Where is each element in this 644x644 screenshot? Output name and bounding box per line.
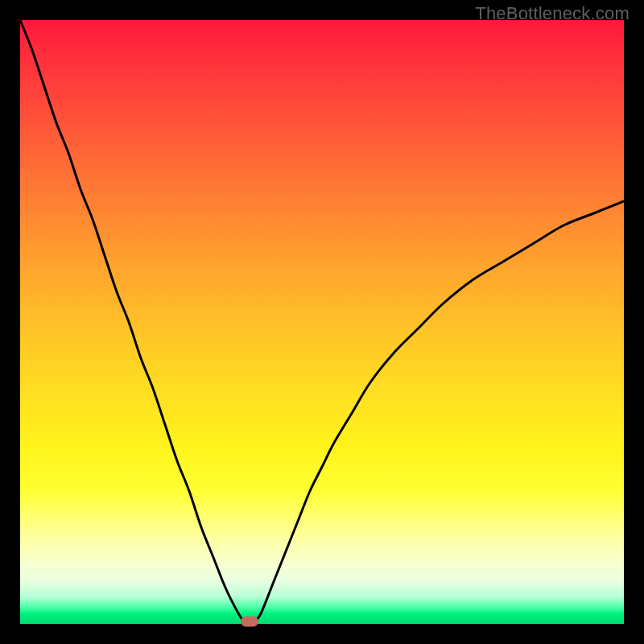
minimum-marker xyxy=(241,617,258,627)
curve-svg xyxy=(20,20,624,624)
bottleneck-curve xyxy=(20,20,624,624)
chart-frame: TheBottleneck.com xyxy=(0,0,644,644)
plot-area xyxy=(20,20,624,624)
